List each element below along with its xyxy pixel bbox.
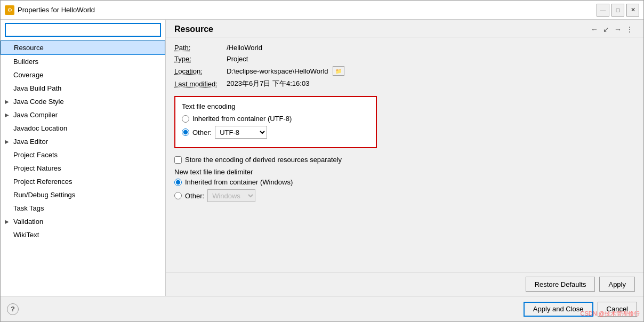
sidebar-item-label: Project References bbox=[13, 178, 73, 186]
location-row: Location: D:\eclipse-workspace\HelloWorl… bbox=[174, 66, 635, 76]
last-modified-row: Last modified: 2023年6月7日 下午4:16:03 bbox=[174, 79, 635, 88]
sidebar-item-java-compiler[interactable]: ▶ Java Compiler bbox=[1, 108, 165, 122]
sidebar-item-label: Builders bbox=[13, 58, 38, 66]
sidebar-item-java-code-style[interactable]: ▶ Java Code Style bbox=[1, 95, 165, 108]
sidebar-item-javadoc-location[interactable]: Javadoc Location bbox=[1, 122, 165, 135]
main-content: Resource Builders Coverage Java Build Pa… bbox=[1, 20, 643, 296]
sidebar: Resource Builders Coverage Java Build Pa… bbox=[1, 20, 166, 296]
last-modified-value: 2023年6月7日 下午4:16:03 bbox=[227, 79, 309, 88]
sidebar-item-label: Run/Debug Settings bbox=[13, 191, 75, 199]
search-input[interactable] bbox=[5, 23, 161, 37]
location-label: Location: bbox=[174, 67, 222, 75]
line-delimiter-title: New text file line delimiter bbox=[174, 168, 635, 176]
inherited-line-label: Inherited from container (Windows) bbox=[185, 178, 293, 186]
content-area: Resource ← ↙ → ⋮ Path: /HelloWorld Type:… bbox=[166, 20, 643, 296]
location-browse-button[interactable]: 📁 bbox=[333, 66, 344, 76]
back-button[interactable]: ← bbox=[589, 24, 600, 35]
other-encoding-row: Other: UTF-8 UTF-16 ISO-8859-1 US-ASCII bbox=[182, 126, 369, 139]
sidebar-item-wikitext[interactable]: WikiText bbox=[1, 228, 165, 241]
sidebar-item-java-editor[interactable]: ▶ Java Editor bbox=[1, 135, 165, 148]
close-button[interactable]: ✕ bbox=[626, 4, 639, 17]
titlebar: ⚙ Properties for HelloWorld — □ ✕ bbox=[1, 1, 643, 20]
sidebar-item-label: WikiText bbox=[13, 231, 39, 239]
path-row: Path: /HelloWorld bbox=[174, 44, 635, 52]
restore-defaults-button[interactable]: Restore Defaults bbox=[526, 277, 595, 292]
maximize-button[interactable]: □ bbox=[611, 4, 624, 17]
sidebar-item-run-debug[interactable]: Run/Debug Settings bbox=[1, 188, 165, 202]
sidebar-item-validation[interactable]: ▶ Validation bbox=[1, 215, 165, 228]
minimize-button[interactable]: — bbox=[597, 4, 609, 17]
menu-button[interactable]: ⋮ bbox=[624, 24, 635, 35]
expand-arrow-icon: ▶ bbox=[5, 112, 11, 118]
type-value: Project bbox=[227, 55, 248, 63]
expand-arrow-icon: ▶ bbox=[5, 219, 11, 224]
sidebar-item-label: Java Build Path bbox=[13, 84, 61, 92]
type-label: Type: bbox=[174, 55, 222, 63]
sidebar-item-builders[interactable]: Builders bbox=[1, 55, 165, 68]
inherited-line-row: Inherited from container (Windows) bbox=[174, 178, 635, 186]
sidebar-item-label: Validation bbox=[13, 218, 43, 226]
store-encoding-checkbox[interactable] bbox=[174, 156, 182, 164]
path-value: /HelloWorld bbox=[227, 44, 262, 52]
sidebar-item-label: Java Compiler bbox=[13, 111, 58, 119]
other-line-radio[interactable] bbox=[174, 192, 182, 199]
sidebar-item-project-facets[interactable]: Project Facets bbox=[1, 148, 165, 162]
forward-button[interactable]: → bbox=[613, 24, 623, 35]
sidebar-item-label: Coverage bbox=[13, 71, 43, 79]
type-row: Type: Project bbox=[174, 55, 635, 63]
apply-button[interactable]: Apply bbox=[599, 277, 635, 292]
encoding-section-title: Text file encoding bbox=[182, 102, 369, 110]
sidebar-item-label: Project Natures bbox=[13, 164, 61, 172]
inherited-encoding-label: Inherited from container (UTF-8) bbox=[192, 115, 292, 123]
other-encoding-label: Other: bbox=[192, 128, 212, 136]
store-encoding-label: Store the encoding of derived resources … bbox=[185, 156, 342, 164]
sidebar-item-label: Task Tags bbox=[13, 204, 44, 212]
sidebar-item-label: Project Facets bbox=[13, 151, 58, 159]
location-value: D:\eclipse-workspace\HelloWorld bbox=[227, 67, 328, 75]
watermark: CSDN @技术管理修行 bbox=[581, 310, 640, 318]
inherited-encoding-row: Inherited from container (UTF-8) bbox=[182, 115, 369, 123]
search-box bbox=[1, 20, 165, 41]
sidebar-item-coverage[interactable]: Coverage bbox=[1, 68, 165, 82]
sidebar-item-java-build-path[interactable]: Java Build Path bbox=[1, 82, 165, 95]
encoding-select[interactable]: UTF-8 UTF-16 ISO-8859-1 US-ASCII bbox=[215, 126, 267, 139]
properties-window: ⚙ Properties for HelloWorld — □ ✕ Resour… bbox=[0, 0, 644, 322]
sidebar-item-label: Java Code Style bbox=[13, 98, 64, 106]
sidebar-item-task-tags[interactable]: Task Tags bbox=[1, 202, 165, 215]
line-select[interactable]: Windows Unix Mac OS X bbox=[207, 189, 255, 202]
back-down-button[interactable]: ↙ bbox=[601, 24, 611, 35]
navigation-arrows: ← ↙ → ⋮ bbox=[589, 24, 635, 35]
bottom-bar: ? Apply and Close Cancel bbox=[1, 296, 643, 321]
window-controls: — □ ✕ bbox=[597, 4, 639, 17]
content-body: Path: /HelloWorld Type: Project Location… bbox=[166, 37, 643, 272]
inherited-encoding-radio[interactable] bbox=[182, 115, 189, 123]
other-line-label: Other: bbox=[185, 192, 204, 200]
sidebar-item-label: Javadoc Location bbox=[13, 124, 67, 132]
content-header: Resource ← ↙ → ⋮ bbox=[166, 20, 643, 37]
action-buttons-row: Restore Defaults Apply bbox=[166, 272, 643, 296]
path-label: Path: bbox=[174, 44, 222, 52]
window-icon: ⚙ bbox=[5, 5, 14, 15]
sidebar-item-label: Resource bbox=[14, 44, 44, 52]
store-encoding-row: Store the encoding of derived resources … bbox=[174, 156, 635, 164]
other-encoding-radio[interactable] bbox=[182, 128, 189, 136]
expand-arrow-icon: ▶ bbox=[5, 99, 11, 104]
last-modified-label: Last modified: bbox=[174, 80, 222, 88]
sidebar-item-project-references[interactable]: Project References bbox=[1, 175, 165, 188]
sidebar-item-project-natures[interactable]: Project Natures bbox=[1, 162, 165, 175]
other-line-row: Other: Windows Unix Mac OS X bbox=[174, 189, 635, 202]
inherited-line-radio[interactable] bbox=[174, 179, 182, 186]
window-title: Properties for HelloWorld bbox=[18, 6, 597, 14]
sidebar-item-label: Java Editor bbox=[13, 138, 48, 146]
sidebar-item-resource[interactable]: Resource bbox=[1, 41, 165, 55]
content-title: Resource bbox=[174, 25, 213, 34]
text-encoding-section: Text file encoding Inherited from contai… bbox=[174, 96, 377, 148]
expand-arrow-icon: ▶ bbox=[5, 139, 11, 144]
help-button[interactable]: ? bbox=[7, 303, 19, 315]
